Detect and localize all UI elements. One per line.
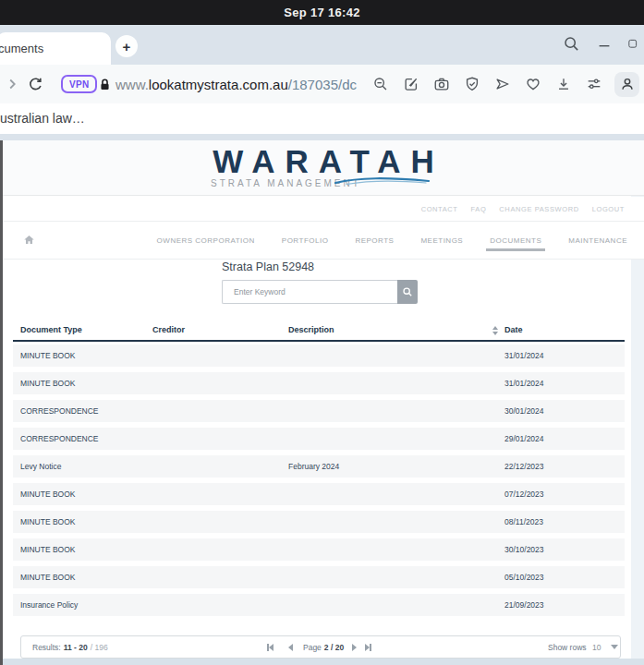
- col-header-document-type[interactable]: Document Type: [20, 325, 82, 334]
- documents-table: Document Type Creditor Description Date …: [13, 323, 625, 619]
- account-link[interactable]: FAQ: [471, 205, 487, 213]
- url-path: /187035/dc: [288, 77, 357, 92]
- cell-document-type[interactable]: MINUTE BOOK: [20, 536, 76, 563]
- nav-item[interactable]: DOCUMENTS: [490, 222, 541, 260]
- nav-item[interactable]: MAINTENANCE: [568, 222, 627, 260]
- table-row[interactable]: Insurance Policy 21/09/2023: [13, 591, 625, 619]
- edit-note-icon[interactable]: [401, 74, 421, 94]
- waratah-logo: WARATAH: [3, 143, 644, 180]
- nav-item[interactable]: PORTFOLIO: [282, 222, 329, 260]
- table-row[interactable]: MINUTE BOOK 30/10/2023: [13, 536, 625, 563]
- page-value: 2 / 20: [324, 643, 344, 652]
- keyword-search-button[interactable]: [397, 280, 418, 304]
- account-link[interactable]: LOGOUT: [592, 205, 625, 213]
- system-clock[interactable]: Sep 17 16:42: [284, 6, 359, 19]
- forward-icon[interactable]: [2, 74, 22, 94]
- zoom-out-icon[interactable]: [371, 74, 391, 94]
- site-header: WARATAH STRATA MANAGEMENT: [3, 140, 644, 196]
- cell-date: 05/10/2023: [504, 563, 544, 591]
- chrome-gap: [0, 134, 644, 140]
- address-bar[interactable]: www.lookatmystrata.com.au/187035/dc: [115, 65, 357, 103]
- nav-item[interactable]: MEETINGS: [420, 222, 463, 260]
- cell-document-type[interactable]: MINUTE BOOK: [20, 563, 76, 591]
- results-summary: Results: 11 - 20 / 196: [32, 636, 108, 658]
- cell-document-type[interactable]: MINUTE BOOK: [20, 342, 76, 369]
- table-row[interactable]: MINUTE BOOK 31/01/2024: [13, 369, 625, 397]
- nav-items: OWNERS CORPORATIONPORTFOLIOREPORTSMEETIN…: [157, 222, 627, 260]
- window-minimize-icon[interactable]: [594, 33, 614, 54]
- cell-date: 30/01/2024: [504, 397, 544, 425]
- cell-date: 30/10/2023: [504, 536, 544, 563]
- table-row[interactable]: Levy Notice February 2024 22/12/2023: [13, 453, 625, 480]
- nav-item[interactable]: REPORTS: [355, 222, 394, 260]
- table-row[interactable]: CORRESPONDENCE 29/01/2024: [13, 425, 625, 453]
- sort-icon[interactable]: [492, 326, 498, 335]
- account-link[interactable]: CONTACT: [421, 205, 458, 213]
- cell-description: February 2024: [288, 453, 339, 480]
- table-row[interactable]: MINUTE BOOK 08/11/2023: [13, 508, 625, 536]
- table-row[interactable]: MINUTE BOOK 07/12/2023: [13, 480, 625, 508]
- cell-date: 31/01/2024: [504, 342, 544, 369]
- window-maximize-icon[interactable]: [627, 33, 638, 54]
- shield-check-icon[interactable]: [462, 74, 482, 94]
- results-total: / 196: [91, 643, 108, 652]
- col-header-description[interactable]: Description: [288, 325, 334, 334]
- cell-document-type[interactable]: MINUTE BOOK: [20, 480, 76, 508]
- page-bottom-strip: [0, 659, 644, 665]
- show-rows-value[interactable]: 10: [592, 636, 601, 658]
- logo-wave-icon: [334, 175, 431, 187]
- col-header-creditor[interactable]: Creditor: [152, 325, 185, 334]
- cell-date: 22/12/2023: [504, 453, 544, 480]
- cell-document-type[interactable]: MINUTE BOOK: [20, 369, 76, 397]
- left-edge-strip: [0, 140, 3, 665]
- first-page-icon[interactable]: [267, 636, 273, 658]
- tab-search-icon[interactable]: [561, 33, 581, 54]
- profile-button[interactable]: [614, 72, 639, 97]
- browser-toolbar: VPN www.lookatmystrata.com.au/187035/dc: [0, 65, 644, 103]
- prev-page-icon[interactable]: [288, 636, 293, 658]
- url-www: www.: [115, 77, 149, 92]
- vpn-badge[interactable]: VPN: [61, 75, 97, 93]
- lock-icon[interactable]: [94, 74, 115, 94]
- browser-tab[interactable]: cuments: [0, 32, 111, 65]
- table-row[interactable]: CORRESPONDENCE 30/01/2024: [13, 397, 625, 425]
- search-icon: [402, 286, 413, 297]
- cell-date: 29/01/2024: [504, 425, 544, 453]
- webpage-viewport: WARATAH STRATA MANAGEMENT CONTACTFAQCHAN…: [0, 140, 644, 665]
- url-host: lookatmystrata.com.au: [149, 77, 288, 92]
- col-header-date[interactable]: Date: [504, 325, 523, 334]
- cell-date: 21/09/2023: [504, 591, 544, 619]
- cell-document-type[interactable]: Levy Notice: [20, 453, 61, 480]
- next-page-icon[interactable]: [352, 636, 357, 658]
- table-row[interactable]: MINUTE BOOK 31/01/2024: [13, 342, 625, 369]
- cell-document-type[interactable]: CORRESPONDENCE: [20, 397, 99, 425]
- cell-document-type[interactable]: Insurance Policy: [20, 591, 78, 619]
- cell-document-type[interactable]: CORRESPONDENCE: [20, 425, 99, 453]
- show-rows-caret-icon[interactable]: [611, 636, 618, 658]
- table-row[interactable]: MINUTE BOOK 05/10/2023: [13, 563, 625, 591]
- account-link[interactable]: CHANGE PASSWORD: [499, 205, 578, 213]
- cell-document-type[interactable]: MINUTE BOOK: [20, 508, 76, 536]
- main-nav-bar: OWNERS CORPORATIONPORTFOLIOREPORTSMEETIN…: [3, 222, 644, 260]
- nav-item[interactable]: OWNERS CORPORATION: [157, 222, 255, 260]
- home-icon[interactable]: [23, 234, 35, 246]
- url-suggestion-bar[interactable]: ustralian law…: [0, 103, 644, 134]
- table-header-row: Document Type Creditor Description Date: [13, 323, 625, 342]
- cell-date: 07/12/2023: [504, 480, 544, 508]
- results-label: Results:: [32, 643, 61, 652]
- browser-tab-bar: cuments +: [0, 25, 644, 65]
- share-icon[interactable]: [492, 74, 513, 94]
- reload-icon[interactable]: [25, 74, 45, 94]
- download-icon[interactable]: [553, 74, 574, 94]
- browser-tab-title: cuments: [0, 42, 43, 55]
- camera-icon[interactable]: [431, 74, 452, 94]
- page-indicator: Page 2 / 20: [303, 636, 344, 658]
- extensions-sliders-icon[interactable]: [584, 74, 604, 94]
- show-rows-label: Show rows: [548, 636, 587, 658]
- favorite-heart-icon[interactable]: [523, 74, 543, 94]
- plan-title: Strata Plan 52948: [222, 260, 314, 273]
- suggestion-text: ustralian law…: [0, 111, 85, 126]
- keyword-search-input[interactable]: [222, 280, 397, 304]
- last-page-icon[interactable]: [365, 636, 371, 658]
- new-tab-button[interactable]: +: [115, 35, 138, 57]
